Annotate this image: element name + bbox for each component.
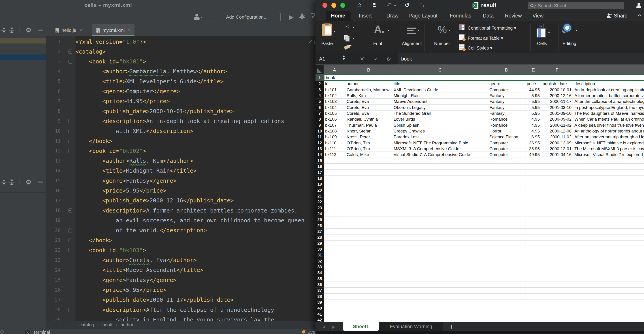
cell[interactable] [488,170,526,176]
cell[interactable] [392,164,488,170]
cell[interactable]: Lover Birds [392,116,488,122]
close-traffic-light[interactable] [322,3,327,8]
cut-scissors-icon[interactable]: ✂ [344,23,349,31]
code-line[interactable]: 29 society in England, the young survivo… [46,315,316,321]
cell[interactable] [324,299,345,305]
alignment-group-button[interactable]: Alignment [402,41,422,46]
cell[interactable] [392,264,488,270]
column-header-C[interactable]: C [392,65,488,74]
cell[interactable] [345,241,392,246]
row-header-4[interactable]: 4 [316,93,324,99]
cell[interactable]: Corets, Eva [345,105,392,110]
cell[interactable] [573,288,644,293]
cell[interactable]: In post-apocalypse England, the mysterio… [573,105,644,110]
cell[interactable] [488,317,526,322]
share-person-icon[interactable] [606,14,612,18]
cell[interactable]: id [324,81,345,87]
cell[interactable]: Computer [488,87,526,93]
cell[interactable] [526,223,541,229]
cell[interactable] [392,276,488,282]
cell[interactable] [324,294,345,299]
cell[interactable]: After the collapse of a nanotechnology s… [573,99,644,104]
cell[interactable] [324,205,345,211]
cell[interactable] [324,193,345,199]
cell[interactable] [573,258,644,264]
name-box-spinner[interactable] [342,55,345,60]
cell[interactable]: 2000-12-09 [541,140,573,146]
expand-all-icon[interactable] [1,28,6,33]
row-header-29[interactable]: 29 [316,241,324,246]
cell[interactable] [392,193,488,199]
cell[interactable]: bk102 [324,93,345,99]
cell[interactable]: bk109 [324,134,345,140]
conditional-formatting-button[interactable]: Conditional Formatting ▾ [468,25,516,31]
fold-collapse-icon[interactable]: – [68,50,72,54]
cell[interactable]: 2000-09-02 [541,116,573,122]
cell[interactable]: Fantasy [488,105,526,110]
cell[interactable] [573,164,644,170]
cell[interactable] [526,288,541,293]
row-header-18[interactable]: 18 [316,176,324,181]
row-header-5[interactable]: 5 [316,99,324,104]
cell[interactable] [392,294,488,299]
code-line[interactable]: 2–<catalog> [46,47,316,57]
close-icon[interactable]: × [128,28,130,33]
enter-check-icon[interactable]: ✓ [374,53,378,65]
cell[interactable] [573,223,644,229]
cell[interactable] [541,270,573,276]
cell-styles-button[interactable]: Cell Styles ▾ [468,45,492,51]
chevron-down-icon[interactable]: ▾ [334,29,336,33]
row-header-17[interactable]: 17 [316,170,324,176]
column-header-B[interactable]: B [345,65,392,74]
cell[interactable] [541,158,573,164]
editing-find-icon[interactable] [564,24,571,32]
cell[interactable] [392,288,488,293]
cell[interactable] [526,276,541,282]
cell[interactable] [392,305,488,311]
cell[interactable] [541,288,573,293]
code-line[interactable]: 1<?xml version="1.0"?> [46,37,316,47]
cell[interactable]: Gambardella, Matthew [345,87,392,93]
cell[interactable] [526,305,541,311]
cell[interactable] [345,317,392,322]
cell[interactable] [324,223,345,229]
cell[interactable] [573,205,644,211]
cell[interactable] [345,158,392,164]
cell[interactable]: Science Fiction [488,134,526,140]
ribbon-tab-formulas[interactable]: Formulas [449,11,472,21]
format-painter-icon[interactable] [344,44,350,50]
cell[interactable]: Romance [488,116,526,122]
cell[interactable]: Creepy Crawlies [392,128,488,134]
cell[interactable] [541,217,573,223]
cell[interactable] [345,217,392,223]
cell[interactable] [392,234,488,240]
customize-toolbar-icon[interactable]: ≡▾ [419,2,424,9]
expand-all-icon[interactable] [1,180,6,185]
account-person-icon[interactable] [636,3,642,8]
cell[interactable] [345,299,392,305]
cell[interactable] [324,258,345,264]
cell[interactable] [392,229,488,234]
chevron-down-icon[interactable]: ▾ [388,29,389,32]
cell[interactable]: 36.95 [526,140,541,146]
cell[interactable] [392,211,488,217]
cell[interactable]: Maeve Ascendant [392,99,488,104]
inspection-status-widget[interactable]: ✓1 [308,39,316,45]
row-header-3[interactable]: 3 [316,87,324,93]
row-header-7[interactable]: 7 [316,110,324,116]
cell[interactable] [345,193,392,199]
cell[interactable] [541,211,573,217]
cell[interactable]: The Sundered Grail [392,110,488,116]
cell[interactable]: Splish Splash [392,122,488,128]
cell[interactable]: Microsoft's .NET initiative is explored … [573,140,644,146]
cell[interactable] [488,187,526,193]
row-header-21[interactable]: 21 [316,193,324,199]
cell[interactable] [392,282,488,288]
cell[interactable] [345,270,392,276]
code-line[interactable]: 7 <price>44.95</price> [46,96,316,106]
cell[interactable] [526,158,541,164]
cell[interactable] [488,294,526,299]
cell[interactable]: 2000-10-01 [541,87,573,93]
cell[interactable]: price [526,81,541,87]
cell[interactable] [573,217,644,223]
